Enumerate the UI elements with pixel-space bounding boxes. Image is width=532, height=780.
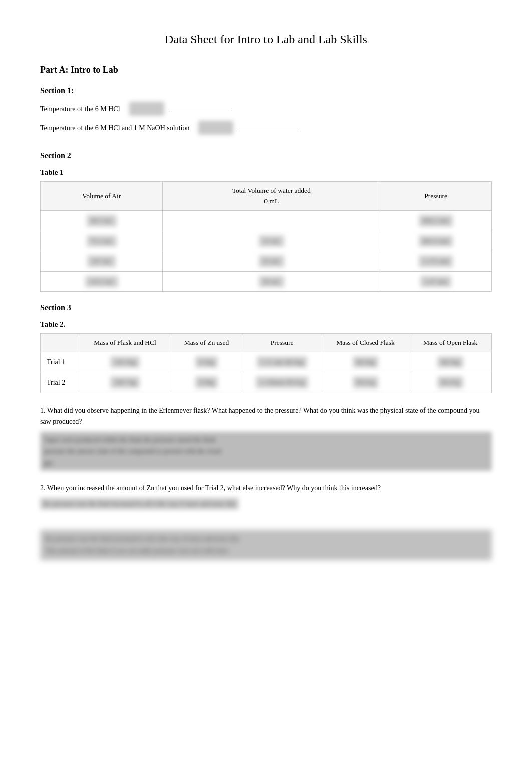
table1-r3c1: 107 mL	[41, 251, 163, 272]
blurred-cell: 90.01g	[353, 376, 379, 388]
table-row: 75.2 mL 15 mL 803.4 atm	[41, 231, 492, 251]
table2-r1c5: 88.50g	[409, 352, 492, 372]
table1-r1c2	[163, 211, 380, 231]
table2-r1c1: 185.94g	[79, 352, 171, 372]
blurred-cell: 88.50g	[437, 356, 463, 368]
blurred-cell: 107 mL	[87, 255, 116, 267]
blurred-cell: 1.47 atm	[420, 276, 451, 288]
field2-blurred-value	[198, 121, 233, 135]
blurred-cell: 185.94g	[110, 356, 139, 368]
field1-line	[169, 105, 229, 112]
table2-col5-header: Mass of Open Flask	[409, 333, 492, 352]
table1-r3c3: 1.175 atm	[380, 251, 492, 272]
section-2-block: Section 2 Table 1 Volume of Air Total Vo…	[40, 150, 492, 292]
question-2-answer: the pressure rose the final increased to…	[40, 498, 239, 510]
blurred-cell: 1.140atm 90.01g	[256, 376, 308, 388]
table-row: 40.5 mL 890.2 atm	[41, 211, 492, 231]
section-3-block: Section 3 Table 2. Mass of Flask and HCl…	[40, 302, 492, 393]
table1-header-row: Volume of Air Total Volume of water adde…	[41, 181, 492, 211]
table1-r3c2: 25 mL	[163, 251, 380, 272]
blurred-cell: 89.47g	[437, 376, 463, 388]
question-2-text: 2. When you increased the amount of Zn t…	[40, 483, 492, 494]
table2-r1c3: 1.11 atm 88.94g	[242, 352, 322, 372]
table1-r1c3: 890.2 atm	[380, 211, 492, 231]
table2-label: Table 2.	[40, 319, 492, 330]
table1-label: Table 1	[40, 167, 492, 178]
table2-col1-header: Mass of Flask and HCl	[79, 333, 171, 352]
section-3-label: Section 3	[40, 302, 492, 314]
blurred-cell: 1.11 atm 88.94g	[257, 356, 307, 368]
table-row: 107 mL 25 mL 1.175 atm	[41, 251, 492, 272]
table2-r2c3: 1.140atm 90.01g	[242, 372, 322, 393]
blurred-cell: 15 mL	[259, 235, 284, 247]
table1-r2c3: 803.4 atm	[380, 231, 492, 251]
blurred-cell: 30 mL	[259, 276, 284, 288]
bottom-blurred-section: the pressure rose the final increased to…	[40, 530, 492, 560]
table1-r4c1: 110.5 mL	[41, 271, 163, 292]
table1-r4c3: 1.47 atm	[380, 271, 492, 292]
field1-blurred-value	[129, 102, 164, 116]
table2-header-row: Mass of Flask and HCl Mass of Zn used Pr…	[41, 333, 492, 352]
blurred-cell: 0.56g	[195, 356, 218, 368]
table1-col3-header: Pressure	[380, 181, 492, 211]
question-2-block: 2. When you increased the amount of Zn t…	[40, 483, 492, 510]
table2-r2c2: 0.99g	[171, 372, 242, 393]
table2-r2c4: 90.01g	[322, 372, 409, 393]
blurred-cell: 1.175 atm	[419, 255, 453, 267]
table1-r2c1: 75.2 mL	[41, 231, 163, 251]
table2-r2c1: 200.74g	[79, 372, 171, 393]
blurred-cell: 200.74g	[110, 376, 139, 388]
field-row-naoh-temp: Temperature of the 6 M HCl and 1 M NaOH …	[40, 121, 492, 135]
blurred-cell: 0.99g	[195, 376, 218, 388]
blurred-cell: 75.2 mL	[87, 235, 117, 247]
blurred-cell: 25 mL	[259, 255, 284, 267]
trial-2-label: Trial 2	[41, 372, 79, 393]
table-2: Mass of Flask and HCl Mass of Zn used Pr…	[40, 333, 492, 393]
field2-line	[238, 124, 299, 131]
trial-1-label: Trial 1	[41, 352, 79, 372]
blurred-cell: 803.4 atm	[419, 235, 453, 247]
table-row: Trial 1 185.94g 0.56g 1.11 atm 88.94g 88…	[41, 352, 492, 372]
part-a-header: Part A: Intro to Lab	[40, 63, 492, 77]
section-1-label: Section 1:	[40, 85, 492, 97]
table2-r1c2: 0.56g	[171, 352, 242, 372]
blurred-cell: 40.5 mL	[87, 215, 117, 227]
table2-col4-header: Mass of Closed Flask	[322, 333, 409, 352]
question-1-number: 1.	[40, 407, 47, 414]
blurred-cell: 88.94g	[353, 356, 379, 368]
table1-col1-header: Volume of Air	[41, 181, 163, 211]
question-1-answer: Vapor were produced within the flask the…	[40, 432, 492, 471]
table2-col2-header: Mass of Zn used	[171, 333, 242, 352]
page-title: Data Sheet for Intro to Lab and Lab Skil…	[40, 30, 492, 48]
question-1-text: 1. What did you observe happening in the…	[40, 405, 492, 428]
question-1-block: 1. What did you observe happening in the…	[40, 405, 492, 471]
blurred-cell: 890.2 atm	[419, 215, 453, 227]
table2-col3-header: Pressure	[242, 333, 322, 352]
section-2-label: Section 2	[40, 150, 492, 162]
table-1: Volume of Air Total Volume of water adde…	[40, 181, 492, 292]
table1-col2-header: Total Volume of water added0 mL	[163, 181, 380, 211]
table1-r4c2: 30 mL	[163, 271, 380, 292]
table-row: 110.5 mL 30 mL 1.47 atm	[41, 271, 492, 292]
field1-label: Temperature of the 6 M HCl	[40, 104, 120, 114]
blurred-cell: 110.5 mL	[85, 276, 118, 288]
table2-col0-header	[41, 333, 79, 352]
section-1-block: Section 1: Temperature of the 6 M HCl Te…	[40, 85, 492, 135]
table2-r2c5: 89.47g	[409, 372, 492, 393]
table1-r2c2: 15 mL	[163, 231, 380, 251]
field2-label: Temperature of the 6 M HCl and 1 M NaOH …	[40, 123, 189, 133]
question-2-number: 2.	[40, 484, 47, 492]
field-row-hcl-temp: Temperature of the 6 M HCl	[40, 102, 492, 116]
table1-r1c1: 40.5 mL	[41, 211, 163, 231]
table-row: Trial 2 200.74g 0.99g 1.140atm 90.01g 90…	[41, 372, 492, 393]
table2-r1c4: 88.94g	[322, 352, 409, 372]
